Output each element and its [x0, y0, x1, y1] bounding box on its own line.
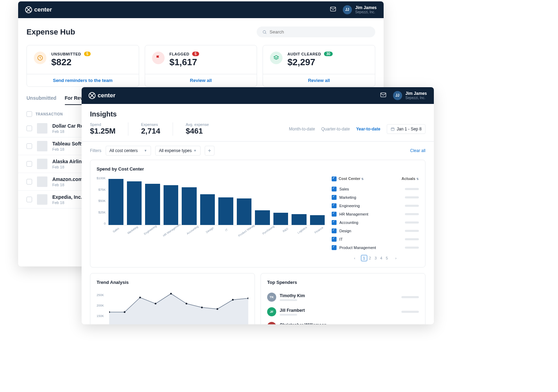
bar[interactable] — [127, 181, 142, 225]
insights-window: center JJ Jim James Sepezzi, Inc. Insigh… — [82, 87, 434, 324]
x-axis-label: Marketing — [127, 225, 139, 235]
search-input[interactable] — [270, 29, 370, 35]
actuals-bar — [405, 247, 419, 249]
legend-item[interactable]: IT — [332, 235, 419, 243]
card-cleared[interactable]: AUDIT CLEARED 30 $2,297 Review all — [263, 45, 375, 87]
layers-icon — [270, 52, 282, 64]
legend-item[interactable]: Accounting — [332, 218, 419, 227]
user-menu[interactable]: JJ Jim James Sepezzi, Inc. — [393, 91, 427, 100]
card-flagged[interactable]: FLAGGED 5 $1,617 Review all — [145, 45, 257, 87]
bar[interactable] — [200, 194, 215, 225]
row-checkbox[interactable] — [27, 179, 32, 184]
page-number[interactable]: 5 — [384, 255, 390, 261]
x-axis-label: IT — [220, 225, 233, 235]
page-number[interactable]: 1 — [361, 255, 367, 261]
top-spenders-panel: Top Spenders TK Timothy Kim JF Jill Fram… — [261, 273, 425, 324]
pagination: ‹ 12345 › — [332, 255, 419, 261]
page-number[interactable]: 3 — [373, 255, 378, 261]
chevron-down-icon: ▼ — [194, 149, 197, 152]
spender-row[interactable]: CW Christopher Williamson — [267, 319, 419, 324]
legend-item[interactable]: Marketing — [332, 193, 419, 202]
merchant-name: Expedia, Inc. — [52, 194, 82, 200]
panel-title: Trend Analysis — [97, 280, 248, 285]
svg-point-1 — [263, 30, 266, 33]
bar[interactable] — [310, 215, 325, 225]
actuals-bar — [405, 238, 419, 240]
chevron-down-icon: ▼ — [144, 149, 147, 152]
svg-point-8 — [155, 303, 157, 304]
select-all-checkbox[interactable] — [27, 111, 32, 117]
user-menu[interactable]: JJ Jim James Sepezzi, Inc. — [343, 5, 377, 14]
sort-icon[interactable]: ⇅ — [416, 178, 419, 181]
bar[interactable] — [237, 198, 252, 225]
period-qtd[interactable]: Quarter-to-date — [321, 127, 350, 131]
legend-item[interactable]: Product Management — [332, 243, 419, 252]
clock-icon — [34, 52, 46, 64]
count-badge: 30 — [324, 52, 333, 56]
svg-point-7 — [139, 297, 141, 299]
avatar: TK — [267, 293, 276, 302]
bar[interactable] — [182, 187, 197, 225]
svg-point-9 — [170, 293, 172, 295]
card-label: UNSUBMITTED — [51, 52, 81, 56]
actuals-bar — [405, 188, 419, 190]
bar[interactable] — [218, 197, 233, 225]
bar[interactable] — [292, 214, 307, 225]
legend-item[interactable]: Design — [332, 227, 419, 235]
bar[interactable] — [108, 179, 123, 225]
checkbox-checked[interactable] — [332, 245, 337, 250]
spend-bar — [401, 311, 419, 313]
bar[interactable] — [273, 213, 288, 225]
checkbox-checked[interactable] — [332, 212, 337, 217]
clear-all-link[interactable]: Clear all — [410, 148, 425, 153]
checkbox-checked[interactable] — [332, 203, 337, 208]
row-checkbox[interactable] — [27, 126, 32, 131]
review-all-link[interactable]: Review all — [145, 74, 257, 86]
date-range-picker[interactable]: Jan 1 - Sep 8 — [387, 124, 425, 134]
legend-item[interactable]: HR Management — [332, 210, 419, 218]
filters-label: Filters — [90, 148, 101, 153]
brand-logo[interactable]: center — [25, 6, 52, 13]
bar[interactable] — [255, 210, 270, 225]
checkbox-checked[interactable] — [332, 195, 337, 200]
metric-avg: Avg. expense $461 — [186, 122, 221, 136]
checkbox-checked[interactable] — [332, 228, 337, 233]
bar[interactable] — [164, 185, 179, 225]
period-mtd[interactable]: Month-to-date — [289, 127, 315, 131]
avatar: JJ — [393, 91, 402, 100]
checkbox-checked[interactable] — [332, 187, 337, 191]
legend-item[interactable]: Engineering — [332, 202, 419, 210]
tab-unsubmitted[interactable]: Unsubmitted — [27, 95, 56, 105]
page-number[interactable]: 2 — [367, 255, 373, 261]
add-filter-button[interactable]: + — [205, 146, 214, 156]
sort-icon[interactable]: ⇅ — [361, 178, 364, 181]
row-checkbox[interactable] — [27, 143, 32, 149]
send-reminders-link[interactable]: Send reminders to the team — [27, 74, 139, 86]
checkbox-checked[interactable] — [332, 237, 337, 242]
expense-type-select[interactable]: All expense types ▼ — [155, 146, 201, 156]
metric-expenses: Expenses 2,714 — [141, 122, 173, 136]
row-checkbox[interactable] — [27, 197, 32, 202]
period-ytd[interactable]: Year-to-date — [356, 127, 380, 131]
page-title: Insights — [90, 110, 425, 118]
card-label: FLAGGED — [169, 52, 189, 56]
mail-icon[interactable] — [330, 6, 337, 14]
mail-icon[interactable] — [380, 91, 387, 100]
legend-item[interactable]: Sales — [332, 185, 419, 193]
spender-row[interactable]: JF Jill Frambert — [267, 304, 419, 319]
svg-point-6 — [124, 311, 126, 313]
card-unsubmitted[interactable]: UNSUBMITTED 5 $822 Send reminders to the… — [27, 45, 139, 87]
checkbox-checked[interactable] — [332, 220, 337, 225]
brand-logo[interactable]: center — [89, 92, 115, 99]
calendar-icon — [391, 127, 395, 131]
line-chart — [109, 290, 248, 324]
cost-center-select[interactable]: All cost centers ▼ — [106, 146, 151, 156]
page-next[interactable]: › — [393, 255, 398, 261]
review-all-link[interactable]: Review all — [263, 74, 375, 86]
spender-row[interactable]: TK Timothy Kim — [267, 290, 419, 304]
bar[interactable] — [145, 184, 160, 225]
search-box[interactable] — [257, 27, 375, 37]
page-prev[interactable]: ‹ — [352, 255, 357, 261]
page-number[interactable]: 4 — [378, 255, 384, 261]
row-checkbox[interactable] — [27, 161, 32, 167]
